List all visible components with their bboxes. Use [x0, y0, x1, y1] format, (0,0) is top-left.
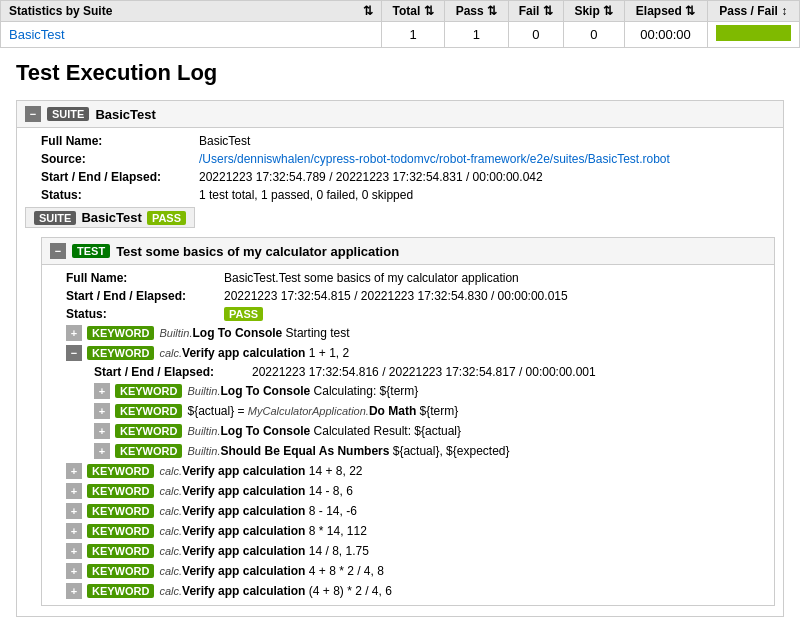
sub-kw4-toggle[interactable]: + [94, 443, 110, 459]
test-toggle[interactable]: − [50, 243, 66, 259]
suite-source-label: Source: [41, 152, 191, 166]
kw6-badge: KEYWORD [87, 524, 154, 538]
stats-row: BasicTest 1 1 0 0 00:00:00 [1, 22, 800, 48]
suite-status-row: Status: 1 test total, 1 passed, 0 failed… [41, 186, 775, 204]
suite-fullname-label: Full Name: [41, 134, 191, 148]
stats-total: 1 [382, 22, 445, 48]
stats-pass: 1 [445, 22, 508, 48]
stats-fail: 0 [508, 22, 563, 48]
test-block-header: − TEST Test some basics of my calculator… [42, 238, 774, 265]
kw4-toggle[interactable]: + [66, 483, 82, 499]
sub-kw3-badge: KEYWORD [115, 424, 182, 438]
stats-col-total: Total ⇅ [382, 1, 445, 22]
test-status-row: Status: PASS [66, 305, 766, 323]
sub-kw1-badge: KEYWORD [115, 384, 182, 398]
suite-block: − SUITE BasicTest Full Name: BasicTest S… [16, 100, 784, 617]
kw8-content: calc.Verify app calculation 4 + 8 * 2 / … [159, 564, 383, 578]
test-block-body: Full Name: BasicTest.Test some basics of… [42, 265, 774, 605]
stats-col-passfail: Pass / Fail ↕ [707, 1, 799, 22]
kw3-toggle[interactable]: + [66, 463, 82, 479]
kw6-toggle[interactable]: + [66, 523, 82, 539]
suite-block-body: Full Name: BasicTest Source: /Users/denn… [17, 128, 783, 616]
kw5-badge: KEYWORD [87, 504, 154, 518]
suite-startend-value: 20221223 17:32:54.789 / 20221223 17:32:5… [199, 170, 543, 184]
suite-tooltip-row: SUITE BasicTest PASS [25, 204, 775, 231]
kw2-startend-value: 20221223 17:32:54.816 / 20221223 17:32:5… [252, 365, 596, 379]
kw-row-8: + KEYWORD calc.Verify app calculation 4 … [66, 561, 766, 581]
kw6-content: calc.Verify app calculation 8 * 14, 112 [159, 524, 366, 538]
kw-row-3: + KEYWORD calc.Verify app calculation 14… [66, 461, 766, 481]
suite-source-row: Source: /Users/denniswhalen/cypress-robo… [41, 150, 775, 168]
kw1-content: Builtin.Log To Console Starting test [159, 326, 349, 340]
suite-badge: SUITE [47, 107, 89, 121]
kw4-badge: KEYWORD [87, 484, 154, 498]
kw5-toggle[interactable]: + [66, 503, 82, 519]
kw3-badge: KEYWORD [87, 464, 154, 478]
suite-status-label: Status: [41, 188, 191, 202]
test-fullname-value: BasicTest.Test some basics of my calcula… [224, 271, 519, 285]
sub-kw-row-1: + KEYWORD Builtin.Log To Console Calcula… [94, 381, 766, 401]
sub-kw2-badge: KEYWORD [115, 404, 182, 418]
kw1-badge: KEYWORD [87, 326, 154, 340]
sub-kw-row-2: + KEYWORD ${actual} = MyCalculatorApplic… [94, 401, 766, 421]
sub-kw1-content: Builtin.Log To Console Calculating: ${te… [187, 384, 418, 398]
suite-fullname-value: BasicTest [199, 134, 250, 148]
stats-col-suite: Statistics by Suite ⇅ [1, 1, 382, 22]
tooltip-pass-badge: PASS [147, 211, 186, 225]
test-startend-row: Start / End / Elapsed: 20221223 17:32:54… [66, 287, 766, 305]
kw1-toggle[interactable]: + [66, 325, 82, 341]
execution-log: Test Execution Log − SUITE BasicTest Ful… [0, 48, 800, 635]
sub-kw-row-3: + KEYWORD Builtin.Log To Console Calcula… [94, 421, 766, 441]
kw9-toggle[interactable]: + [66, 583, 82, 599]
suite-startend-label: Start / End / Elapsed: [41, 170, 191, 184]
kw8-toggle[interactable]: + [66, 563, 82, 579]
kw2-body: Start / End / Elapsed: 20221223 17:32:54… [66, 363, 766, 461]
kw2-toggle[interactable]: − [66, 345, 82, 361]
kw-row-9: + KEYWORD calc.Verify app calculation (4… [66, 581, 766, 601]
stats-suite-name[interactable]: BasicTest [1, 22, 382, 48]
kw-row-7: + KEYWORD calc.Verify app calculation 14… [66, 541, 766, 561]
sub-kw-row-4: + KEYWORD Builtin.Should Be Equal As Num… [94, 441, 766, 461]
stats-col-elapsed: Elapsed ⇅ [624, 1, 707, 22]
sub-kw1-toggle[interactable]: + [94, 383, 110, 399]
stats-col-pass: Pass ⇅ [445, 1, 508, 22]
sub-kw4-badge: KEYWORD [115, 444, 182, 458]
test-startend-value: 20221223 17:32:54.815 / 20221223 17:32:5… [224, 289, 568, 303]
stats-pass-bar-cell [707, 22, 799, 48]
kw4-content: calc.Verify app calculation 14 - 8, 6 [159, 484, 352, 498]
statistics-table: Statistics by Suite ⇅ Total ⇅ Pass ⇅ Fai… [0, 0, 800, 48]
suite-fullname-row: Full Name: BasicTest [41, 132, 775, 150]
kw-row-2: − KEYWORD calc.Verify app calculation 1 … [66, 343, 766, 363]
sub-kw3-toggle[interactable]: + [94, 423, 110, 439]
exec-log-title: Test Execution Log [16, 60, 784, 86]
suite-startend-row: Start / End / Elapsed: 20221223 17:32:54… [41, 168, 775, 186]
kw9-badge: KEYWORD [87, 584, 154, 598]
sub-kw2-content: ${actual} = MyCalculatorApplication.Do M… [187, 404, 458, 418]
kw7-content: calc.Verify app calculation 14 / 8, 1.75 [159, 544, 368, 558]
kw8-badge: KEYWORD [87, 564, 154, 578]
test-startend-label: Start / End / Elapsed: [66, 289, 216, 303]
kw-row-1: + KEYWORD Builtin.Log To Console Startin… [66, 323, 766, 343]
test-block: − TEST Test some basics of my calculator… [41, 237, 775, 606]
suite-toggle[interactable]: − [25, 106, 41, 122]
stats-elapsed: 00:00:00 [624, 22, 707, 48]
kw-row-4: + KEYWORD calc.Verify app calculation 14… [66, 481, 766, 501]
pass-bar [716, 25, 791, 41]
kw-row-5: + KEYWORD calc.Verify app calculation 8 … [66, 501, 766, 521]
sub-kw2-toggle[interactable]: + [94, 403, 110, 419]
kw3-content: calc.Verify app calculation 14 + 8, 22 [159, 464, 362, 478]
test-status-value: PASS [224, 307, 263, 321]
tooltip-suite-name: BasicTest [81, 210, 141, 225]
stats-col-fail: Fail ⇅ [508, 1, 563, 22]
test-pass-badge: PASS [224, 307, 263, 321]
suite-block-header: − SUITE BasicTest [17, 101, 783, 128]
sub-kw4-content: Builtin.Should Be Equal As Numbers ${act… [187, 444, 509, 458]
kw2-content: calc.Verify app calculation 1 + 1, 2 [159, 346, 349, 360]
suite-source-value: /Users/denniswhalen/cypress-robot-todomv… [199, 152, 670, 166]
kw7-toggle[interactable]: + [66, 543, 82, 559]
test-badge: TEST [72, 244, 110, 258]
kw5-content: calc.Verify app calculation 8 - 14, -6 [159, 504, 356, 518]
test-name: Test some basics of my calculator applic… [116, 244, 399, 259]
kw2-startend-label: Start / End / Elapsed: [94, 365, 244, 379]
kw7-badge: KEYWORD [87, 544, 154, 558]
